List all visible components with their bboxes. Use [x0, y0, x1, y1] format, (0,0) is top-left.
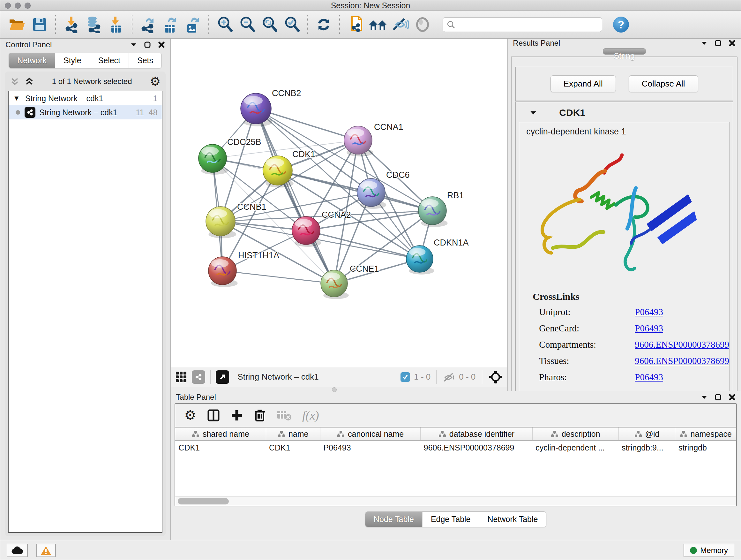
- tab-style[interactable]: Style: [55, 53, 90, 68]
- zoom-in-icon[interactable]: [215, 15, 234, 34]
- detach-view-icon[interactable]: [216, 370, 229, 384]
- crosslink-label: Pharos:: [539, 372, 635, 382]
- table-cell[interactable]: 9606.ENSP00000378699: [421, 441, 532, 455]
- scrollbar-thumb[interactable]: [178, 498, 229, 504]
- delete-table-icon[interactable]: [277, 410, 291, 421]
- panel-menu-icon[interactable]: [701, 41, 708, 45]
- panel-menu-icon[interactable]: [701, 395, 708, 399]
- tab-edge-table[interactable]: Edge Table: [422, 512, 479, 527]
- panel-menu-icon[interactable]: [131, 43, 137, 47]
- float-panel-icon[interactable]: [144, 41, 151, 48]
- close-panel-icon[interactable]: [158, 41, 165, 48]
- close-panel-icon[interactable]: [729, 394, 736, 401]
- network-node-cdkn1a[interactable]: [406, 246, 433, 272]
- function-builder-icon[interactable]: f(x): [302, 408, 319, 422]
- expand-all-button[interactable]: Expand All: [550, 75, 616, 92]
- show-columns-icon[interactable]: [207, 409, 220, 422]
- node-label-hist1h1a: HIST1H1A: [238, 251, 279, 260]
- table-cell[interactable]: P06493: [320, 441, 420, 455]
- table-cell[interactable]: stringdb: [675, 441, 736, 455]
- warnings-button[interactable]: [36, 544, 56, 557]
- close-panel-icon[interactable]: [729, 40, 736, 47]
- tab-select[interactable]: Select: [90, 53, 129, 68]
- network-node-ccnb1[interactable]: [206, 206, 235, 236]
- open-in-string-icon[interactable]: [346, 15, 365, 34]
- column-header-canonical-name[interactable]: canonical name: [320, 427, 420, 441]
- crosslink-link[interactable]: P06493: [635, 323, 663, 334]
- tab-network[interactable]: Network: [9, 53, 55, 68]
- network-canvas[interactable]: CCNB2CCNA1CDC25BCDK1CDC6RB1CCNB1CCNA2CDK…: [171, 39, 507, 367]
- control-panel: Control Panel NetworkStyleSelectSets 1 o…: [0, 39, 171, 540]
- table-options-gear-icon[interactable]: ⚙: [184, 409, 196, 422]
- network-node-hist1h1a[interactable]: [208, 257, 237, 285]
- table-cell[interactable]: CDK1: [266, 441, 320, 455]
- network-node-cdc25b[interactable]: [199, 144, 226, 172]
- expand-all-icon[interactable]: [24, 77, 34, 86]
- column-header-description[interactable]: description: [532, 427, 618, 441]
- float-panel-icon[interactable]: [715, 40, 722, 47]
- table-cell[interactable]: stringdb:9...: [618, 441, 675, 455]
- column-header-id[interactable]: @id: [618, 427, 675, 441]
- tab-network-table[interactable]: Network Table: [479, 512, 546, 527]
- network-options-gear-icon[interactable]: ⚙: [150, 75, 160, 87]
- export-table-icon[interactable]: [161, 15, 180, 34]
- refresh-icon[interactable]: [314, 15, 333, 34]
- hide-glasspane-icon[interactable]: [391, 15, 409, 34]
- column-header-shared-name[interactable]: shared name: [175, 427, 266, 441]
- network-row[interactable]: String Network – cdk1 11 48: [9, 105, 162, 119]
- network-node-cdk1[interactable]: [263, 156, 292, 185]
- open-file-icon[interactable]: [8, 15, 26, 34]
- crosslink-link[interactable]: P06493: [635, 372, 663, 382]
- network-edge[interactable]: [306, 231, 420, 259]
- grid-view-icon[interactable]: [175, 371, 187, 383]
- export-image-icon[interactable]: [184, 15, 202, 34]
- network-share-view-icon[interactable]: [192, 370, 205, 384]
- network-collection-row[interactable]: ▼ String Network – cdk1 1: [9, 91, 162, 105]
- crosslink-link[interactable]: 9606.ENSP00000378699: [635, 339, 729, 350]
- import-network-database-icon[interactable]: [84, 15, 103, 34]
- network-node-rb1[interactable]: [418, 197, 447, 225]
- network-share-icon: [24, 107, 36, 118]
- collection-expand-icon[interactable]: ▼: [13, 94, 20, 103]
- table-cell[interactable]: cyclin-dependent ...: [532, 441, 618, 455]
- crosslink-link[interactable]: P06493: [635, 307, 663, 317]
- tab-string[interactable]: String: [603, 48, 646, 55]
- table-cell[interactable]: CDK1: [175, 441, 266, 455]
- network-node-ccna1[interactable]: [344, 126, 372, 154]
- network-node-ccnb2[interactable]: [241, 93, 271, 124]
- cloud-status-button[interactable]: [7, 544, 28, 557]
- tab-sets[interactable]: Sets: [129, 53, 161, 68]
- column-header-database-identifier[interactable]: database identifier: [421, 427, 532, 441]
- network-edge[interactable]: [256, 109, 358, 140]
- selected-nodes-checkbox-icon[interactable]: [401, 372, 410, 382]
- save-session-icon[interactable]: [30, 15, 49, 34]
- help-icon[interactable]: ?: [613, 17, 629, 33]
- birds-eye-toggle-icon[interactable]: [488, 370, 502, 384]
- delete-column-icon[interactable]: [254, 409, 266, 422]
- network-edge[interactable]: [222, 271, 334, 284]
- network-node-ccne1[interactable]: [321, 270, 347, 297]
- crosslink-link[interactable]: 9606.ENSP00000378699: [635, 356, 729, 366]
- table-row[interactable]: CDK1CDK1P064939606.ENSP00000378699cyclin…: [175, 441, 736, 455]
- tab-node-table[interactable]: Node Table: [365, 512, 422, 527]
- table-horizontal-scrollbar[interactable]: [175, 496, 736, 506]
- import-network-file-icon[interactable]: [62, 15, 81, 34]
- home-icon[interactable]: [368, 15, 387, 34]
- column-header-name[interactable]: name: [266, 427, 320, 441]
- import-table-icon[interactable]: [107, 15, 125, 34]
- zoom-selected-icon[interactable]: [282, 15, 301, 34]
- zoom-fit-icon[interactable]: [260, 15, 279, 34]
- float-panel-icon[interactable]: [715, 394, 722, 401]
- network-node-cdc6[interactable]: [357, 179, 385, 206]
- add-column-icon[interactable]: [231, 409, 243, 422]
- entry-collapse-icon[interactable]: [530, 110, 537, 115]
- zoom-out-icon[interactable]: [238, 15, 256, 34]
- show-glasspane-icon[interactable]: [413, 15, 432, 34]
- export-network-icon[interactable]: [139, 15, 157, 34]
- network-node-ccna2[interactable]: [292, 216, 320, 245]
- collapse-all-icon[interactable]: [10, 77, 19, 86]
- collapse-all-button[interactable]: Collapse All: [629, 75, 698, 92]
- column-header-namespace[interactable]: namespace: [675, 427, 736, 441]
- memory-button[interactable]: Memory: [684, 544, 734, 557]
- search-input[interactable]: [458, 20, 598, 29]
